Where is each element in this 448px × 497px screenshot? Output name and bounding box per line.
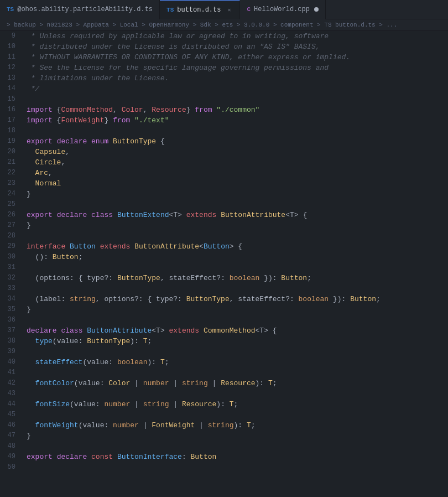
line-number: 45	[0, 410, 24, 420]
line-content	[24, 367, 448, 378]
line-number: 14	[0, 84, 24, 94]
line-content	[24, 441, 448, 452]
line-number: 31	[0, 262, 24, 273]
line-content: export declare const ButtonInterface: Bu…	[24, 452, 448, 462]
line-number: 41	[0, 367, 24, 378]
code-line: 24}	[0, 189, 448, 199]
line-content	[24, 283, 448, 294]
line-content: interface Button extends ButtonAttribute…	[24, 241, 448, 252]
code-line: 40 stateEffect(value: boolean): T;	[0, 357, 448, 367]
line-content: declare class ButtonAttribute<T> extends…	[24, 325, 448, 336]
tab-dot-modified	[314, 7, 319, 12]
line-content: */	[24, 84, 448, 94]
line-content	[24, 346, 448, 357]
code-line: 9 * Unless required by applicable law or…	[0, 31, 448, 42]
line-number: 19	[0, 136, 24, 147]
code-editor[interactable]: 9 * Unless required by applicable law or…	[0, 31, 448, 494]
line-content	[24, 262, 448, 273]
tab-close-button[interactable]: ✕	[225, 6, 233, 14]
code-line: 11 * WITHOUT WARRANTIES OR CONDITIONS OF…	[0, 52, 448, 63]
code-line: 15	[0, 94, 448, 105]
line-number: 25	[0, 199, 24, 210]
line-number: 18	[0, 126, 24, 136]
code-line: 43	[0, 389, 448, 399]
line-number: 36	[0, 315, 24, 325]
code-line: 16import {CommonMethod, Color, Resource}…	[0, 105, 448, 115]
line-number: 28	[0, 231, 24, 241]
code-line: 12 * See the License for the specific la…	[0, 63, 448, 73]
code-line: 10 * distributed under the License is di…	[0, 42, 448, 52]
line-number: 32	[0, 273, 24, 283]
tab-particleability[interactable]: TS @ohos.ability.particleAbility.d.ts	[0, 0, 160, 19]
line-content	[24, 199, 448, 210]
line-content: fontColor(value: Color | number | string…	[24, 378, 448, 389]
line-number: 24	[0, 189, 24, 199]
line-number: 13	[0, 73, 24, 84]
line-content	[24, 389, 448, 399]
code-line: 34 (label: string, options?: { type?: Bu…	[0, 294, 448, 304]
tab-label-3: HelloWorld.cpp	[254, 6, 310, 13]
line-content: (): Button;	[24, 252, 448, 262]
line-content	[24, 94, 448, 105]
code-line: 26export declare class ButtonExtend<T> e…	[0, 210, 448, 220]
code-line: 42 fontColor(value: Color | number | str…	[0, 378, 448, 389]
line-content	[24, 315, 448, 325]
line-content: (label: string, options?: { type?: Butto…	[24, 294, 448, 304]
code-line: 45	[0, 410, 448, 420]
tab-bar: TS @ohos.ability.particleAbility.d.ts TS…	[0, 0, 448, 19]
line-number: 34	[0, 294, 24, 304]
code-line: 23 Normal	[0, 178, 448, 189]
line-content	[24, 462, 448, 473]
line-number: 21	[0, 157, 24, 168]
tab-button-d-ts[interactable]: TS button.d.ts ✕	[160, 0, 240, 19]
line-number: 47	[0, 431, 24, 441]
line-number: 16	[0, 105, 24, 115]
code-line: 47}	[0, 431, 448, 441]
editor-container: TS @ohos.ability.particleAbility.d.ts TS…	[0, 0, 448, 497]
line-number: 38	[0, 336, 24, 346]
code-line: 39	[0, 346, 448, 357]
line-number: 37	[0, 325, 24, 336]
breadcrumb: > backup > n021823 > AppData > Local > O…	[0, 19, 448, 31]
line-number: 27	[0, 220, 24, 231]
code-line: 36	[0, 315, 448, 325]
line-number: 20	[0, 147, 24, 157]
code-line: 35}	[0, 304, 448, 315]
code-line: 46 fontWeight(value: number | FontWeight…	[0, 420, 448, 431]
line-content: * limitations under the License.	[24, 73, 448, 84]
line-number: 35	[0, 304, 24, 315]
code-line: 48	[0, 441, 448, 452]
code-line: 31	[0, 262, 448, 273]
line-number: 46	[0, 420, 24, 431]
line-number: 12	[0, 63, 24, 73]
breadcrumb-text: > backup > n021823 > AppData > Local > O…	[7, 22, 397, 28]
line-number: 44	[0, 399, 24, 410]
line-content: type(value: ButtonType): T;	[24, 336, 448, 346]
line-content: * See the License for the specific langu…	[24, 63, 448, 73]
line-number: 17	[0, 115, 24, 126]
line-content: Capsule,	[24, 147, 448, 157]
line-number: 26	[0, 210, 24, 220]
code-line: 13 * limitations under the License.	[0, 73, 448, 84]
line-content: export declare class ButtonExtend<T> ext…	[24, 210, 448, 220]
line-content: import {CommonMethod, Color, Resource} f…	[24, 105, 448, 115]
cpp-icon: C	[247, 6, 251, 13]
code-line: 21 Circle,	[0, 157, 448, 168]
code-line: 49export declare const ButtonInterface: …	[0, 452, 448, 462]
line-number: 11	[0, 52, 24, 63]
code-line: 25	[0, 199, 448, 210]
line-content: * distributed under the License is distr…	[24, 42, 448, 52]
tab-helloworld[interactable]: C HelloWorld.cpp	[240, 0, 325, 19]
line-content: }	[24, 220, 448, 231]
line-number: 23	[0, 178, 24, 189]
line-number: 43	[0, 389, 24, 399]
line-number: 50	[0, 462, 24, 473]
line-content: stateEffect(value: boolean): T;	[24, 357, 448, 367]
code-line: 33	[0, 283, 448, 294]
tab-label-2: button.d.ts	[177, 6, 221, 14]
line-number: 40	[0, 357, 24, 367]
ts-icon-1: TS	[7, 6, 14, 13]
line-content: }	[24, 304, 448, 315]
line-number: 33	[0, 283, 24, 294]
code-line: 32 (options: { type?: ButtonType, stateE…	[0, 273, 448, 283]
